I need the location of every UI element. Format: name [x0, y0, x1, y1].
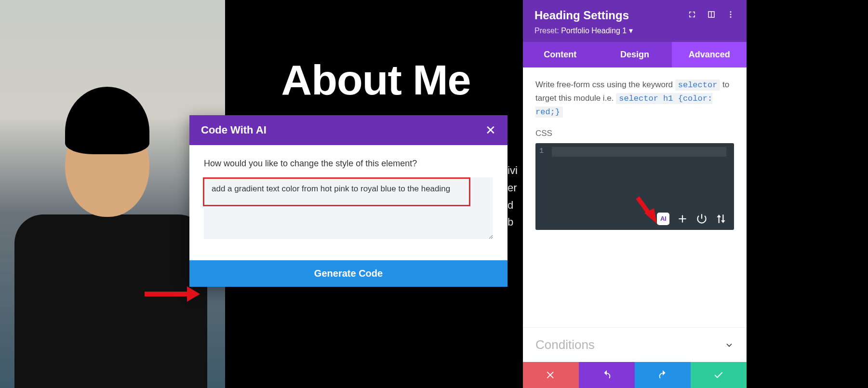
code-with-ai-modal: Code With AI ✕ How would you like to cha…	[189, 115, 507, 287]
ai-prompt-label: How would you like to change the style o…	[204, 159, 493, 169]
css-hint-selector: selector	[675, 80, 721, 91]
preset-line: Preset: Portfolio Heading 1 ▾	[534, 26, 735, 35]
css-field-label: CSS	[535, 129, 734, 138]
panel-layout-icon[interactable]	[707, 10, 716, 21]
settings-title: Heading Settings	[534, 9, 629, 22]
person-hair	[65, 87, 149, 154]
settings-action-bar	[523, 362, 747, 388]
css-hint-pre: Write free-form css using the keyword	[535, 80, 673, 89]
css-line-number: 1	[539, 147, 544, 155]
heading-settings-panel: Heading Settings Preset: Portfolio Headi…	[523, 0, 747, 388]
svg-point-3	[730, 14, 732, 15]
svg-point-2	[730, 11, 732, 13]
css-editor-toolbar: AI	[657, 213, 727, 225]
css-hint-text: Write free-form css using the keyword se…	[535, 78, 734, 119]
ai-modal-title: Code With AI	[201, 124, 267, 136]
preset-label: Preset:	[534, 27, 559, 35]
chevron-down-icon	[724, 340, 734, 350]
settings-body: Write free-form css using the keyword se…	[523, 67, 747, 327]
body-text-fragment: er	[507, 179, 517, 196]
conditions-section-toggle[interactable]: Conditions	[523, 327, 747, 362]
preset-value: Portfolio Heading 1	[561, 27, 627, 35]
ai-code-button[interactable]: AI	[657, 213, 669, 225]
more-icon[interactable]	[726, 10, 735, 21]
add-icon[interactable]	[676, 213, 689, 225]
redo-button[interactable]	[635, 362, 691, 388]
undo-button[interactable]	[579, 362, 635, 388]
settings-header: Heading Settings Preset: Portfolio Headi…	[523, 0, 747, 42]
body-text-fragment: ivi	[507, 162, 518, 179]
body-text-fragment: d b	[507, 197, 518, 230]
close-icon[interactable]: ✕	[485, 124, 496, 136]
right-gap	[747, 0, 868, 388]
tab-content[interactable]: Content	[523, 42, 598, 67]
cancel-button[interactable]	[523, 362, 579, 388]
ai-modal-body: How would you like to change the style o…	[189, 145, 507, 260]
person-body	[14, 214, 207, 388]
generate-code-button[interactable]: Generate Code	[189, 260, 507, 287]
power-icon[interactable]	[695, 213, 708, 225]
css-editor[interactable]: 1 AI	[535, 143, 734, 230]
expand-icon[interactable]	[688, 10, 696, 21]
page-title: About Me	[231, 55, 521, 105]
css-editor-cursor-line	[552, 147, 726, 157]
tab-advanced[interactable]: Advanced	[672, 42, 747, 67]
settings-tabs: Content Design Advanced	[523, 42, 747, 67]
svg-point-4	[730, 16, 732, 18]
sort-arrows-icon[interactable]	[715, 213, 727, 225]
tab-design[interactable]: Design	[598, 42, 672, 67]
ai-modal-header: Code With AI ✕	[189, 115, 507, 145]
conditions-label: Conditions	[535, 337, 595, 352]
save-button[interactable]	[691, 362, 747, 388]
ai-prompt-input[interactable]	[204, 177, 493, 239]
preset-dropdown[interactable]: Portfolio Heading 1 ▾	[561, 27, 633, 35]
